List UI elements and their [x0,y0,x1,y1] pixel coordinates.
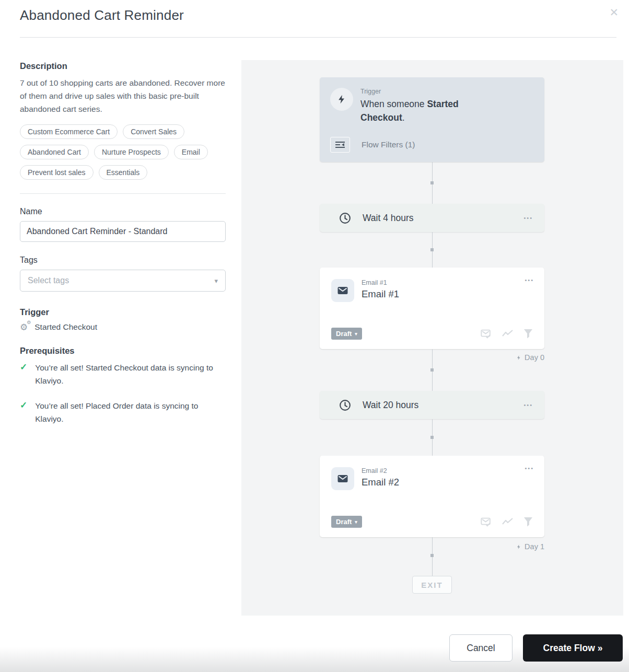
analytics-icon[interactable] [502,517,514,527]
preview-email-icon[interactable] [480,516,492,528]
trigger-heading: Trigger [20,307,226,317]
status-badge[interactable]: Draft ▾ [331,516,362,528]
exit-node: EXIT [412,576,452,594]
prerequisite-text: You’re all set! Placed Order data is syn… [35,399,226,425]
tag-pill: Custom Ecommerce Cart [20,124,118,139]
description-text: 7 out of 10 shopping carts are abandoned… [20,76,226,115]
more-options-icon[interactable]: ••• [523,215,533,221]
add-step-dot[interactable] [430,436,434,439]
flow-name-input[interactable] [20,221,226,242]
prerequisite-item: ✓ You’re all set! Started Checkout data … [20,361,226,387]
analytics-icon[interactable] [502,329,514,339]
clock-icon [339,212,352,225]
clock-icon [339,399,352,412]
trigger-card-text: When someone Started Checkout. [360,97,494,124]
add-step-dot[interactable] [430,554,434,557]
add-step-dot[interactable] [430,368,434,372]
preview-email-icon[interactable] [480,328,492,340]
more-options-icon[interactable]: ••• [525,277,534,283]
email-card-title: Email #1 [362,288,399,300]
trigger-value: Started Checkout [34,322,97,332]
add-step-dot[interactable] [430,181,434,184]
lightning-icon [330,88,353,111]
description-heading: Description [20,61,226,71]
day-marker: Day 0 [516,353,544,362]
tags-select[interactable]: Select tags ▾ [20,270,226,292]
flow-trigger-card[interactable]: Trigger When someone Started Checkout. F… [320,77,544,162]
section-divider [20,193,226,194]
day-marker: Day 1 [516,542,544,551]
filter-funnel-icon[interactable] [523,517,533,527]
caret-down-icon: ▾ [355,519,357,525]
tag-pill: Convert Sales [123,124,184,139]
filter-funnel-icon[interactable] [523,329,533,339]
more-options-icon[interactable]: ••• [525,465,534,471]
prerequisites-heading: Prerequisites [20,346,226,356]
close-icon[interactable]: ✕ [606,3,622,22]
more-options-icon[interactable]: ••• [523,402,533,408]
name-label: Name [20,207,226,216]
tag-pill: Essentials [99,165,148,180]
wait-card-label: Wait 20 hours [363,400,523,411]
tags-select-placeholder: Select tags [28,276,69,285]
tags-label: Tags [20,256,226,265]
bolt-icon [516,354,521,361]
flow-email-card-2[interactable]: Email #2 Email #2 ••• Draft ▾ [320,456,544,537]
email-card-title: Email #2 [362,477,399,488]
email-card-eyebrow: Email #1 [362,279,399,286]
flow-filters-label: Flow Filters (1) [362,140,415,149]
flow-wait-card-2[interactable]: Wait 20 hours ••• [320,391,544,419]
tag-pill: Abandoned Cart [20,145,89,159]
tag-pill: Prevent lost sales [20,165,94,180]
flow-email-card-1[interactable]: Email #1 Email #1 ••• Draft ▾ [320,268,544,349]
header-divider [20,37,616,38]
email-card-eyebrow: Email #2 [362,467,399,474]
status-badge[interactable]: Draft ▾ [331,328,362,340]
page-title: Abandoned Cart Reminder [20,7,184,24]
flow-wait-card-1[interactable]: Wait 4 hours ••• [320,204,544,232]
cancel-button[interactable]: Cancel [449,634,512,662]
trigger-card-eyebrow: Trigger [360,88,494,95]
prerequisite-item: ✓ You’re all set! Placed Order data is s… [20,399,226,425]
email-icon [331,467,354,490]
flow-filters-icon [330,137,350,153]
check-icon: ✓ [20,361,27,387]
tag-pill: Nurture Prospects [94,145,169,159]
add-step-dot[interactable] [430,248,434,251]
check-icon: ✓ [20,399,27,425]
prerequisite-text: You’re all set! Started Checkout data is… [35,361,226,387]
details-panel: Description 7 out of 10 shopping carts a… [20,57,226,437]
bolt-icon [516,543,521,550]
flow-preview-panel: Trigger When someone Started Checkout. F… [241,60,623,616]
caret-down-icon: ▾ [355,331,357,337]
tag-pill-list: Custom Ecommerce Cart Convert Sales Aban… [20,124,226,180]
tag-pill: Email [174,145,208,159]
create-flow-button[interactable]: Create Flow » [523,634,623,662]
email-icon [331,279,354,302]
flow-filters-link[interactable]: Flow Filters (1) [330,137,415,153]
wait-card-label: Wait 4 hours [363,213,523,224]
gear-icon: ⚙⚙ [20,323,28,332]
trigger-summary: ⚙⚙ Started Checkout [20,322,226,332]
chevron-down-icon: ▾ [214,277,218,285]
